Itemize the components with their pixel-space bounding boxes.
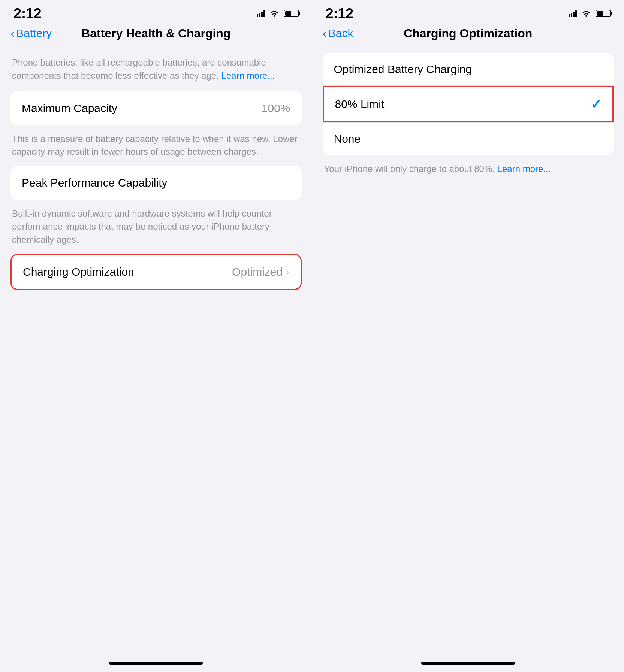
learn-more-link-right[interactable]: Learn more... (497, 164, 551, 174)
back-chevron-right: ‹ (323, 27, 327, 39)
svg-point-1 (585, 15, 587, 17)
right-screen: 2:12 ‹ Back (312, 0, 624, 672)
maximum-capacity-card: Maximum Capacity 100% (10, 91, 302, 125)
checkmark-icon: ✓ (591, 97, 601, 112)
status-bar-right: 2:12 (312, 0, 624, 24)
nav-bar-left: ‹ Battery Battery Health & Charging (0, 24, 312, 46)
peak-performance-label: Peak Performance Capability (22, 176, 168, 189)
charging-optimization-label: Charging Optimization (23, 266, 134, 278)
peak-performance-desc: Built-in dynamic software and hardware s… (10, 203, 302, 246)
limit-label: 80% Limit (335, 98, 385, 111)
back-label-left: Battery (16, 27, 52, 40)
page-title-left: Battery Health & Charging (81, 27, 230, 40)
optimized-battery-charging-option[interactable]: Optimized Battery Charging (323, 53, 614, 86)
optimized-battery-label: Optimized Battery Charging (334, 63, 472, 75)
back-button-right[interactable]: ‹ Back (323, 27, 353, 40)
back-button-left[interactable]: ‹ Battery (10, 27, 52, 40)
peak-performance-card: Peak Performance Capability (10, 166, 302, 200)
nav-bar-right: ‹ Back Charging Optimization (312, 24, 624, 46)
left-screen: 2:12 (0, 0, 312, 672)
max-capacity-value: 100% (262, 102, 290, 115)
status-bar-left: 2:12 (0, 0, 312, 24)
eighty-percent-limit-option[interactable]: 80% Limit ✓ (323, 86, 614, 122)
max-capacity-desc: This is a measure of battery capacity re… (10, 128, 302, 159)
home-indicator-left (109, 662, 203, 665)
home-indicator-right (421, 662, 515, 665)
page-title-right: Charging Optimization (404, 27, 532, 40)
status-icons-right (569, 10, 611, 17)
charging-options-group: Optimized Battery Charging 80% Limit ✓ N… (323, 53, 614, 155)
time-right: 2:12 (326, 6, 353, 22)
charging-optimization-value: Optimized (232, 266, 283, 278)
back-label-right: Back (328, 27, 353, 40)
intro-text: Phone batteries, like all rechargeable b… (10, 53, 302, 91)
signal-icon-right (569, 10, 577, 17)
svg-point-0 (274, 15, 275, 17)
back-chevron-left: ‹ (10, 27, 15, 39)
chevron-right-icon: › (286, 266, 289, 278)
battery-icon-right (596, 10, 611, 17)
right-content: Optimized Battery Charging 80% Limit ✓ N… (312, 46, 624, 662)
signal-icon (257, 10, 265, 17)
battery-icon (284, 10, 299, 17)
left-content: Phone batteries, like all rechargeable b… (0, 46, 312, 662)
max-capacity-label: Maximum Capacity (22, 102, 117, 115)
wifi-icon-right (581, 10, 591, 17)
time-left: 2:12 (13, 6, 41, 22)
none-option[interactable]: None (323, 122, 614, 155)
wifi-icon (269, 10, 279, 17)
status-icons-left (257, 10, 299, 17)
learn-more-link-intro[interactable]: Learn more... (221, 70, 275, 81)
none-label: None (334, 133, 361, 145)
charging-optimization-row[interactable]: Charging Optimization Optimized › (10, 254, 302, 290)
footer-description: Your iPhone will only charge to about 80… (323, 158, 614, 176)
